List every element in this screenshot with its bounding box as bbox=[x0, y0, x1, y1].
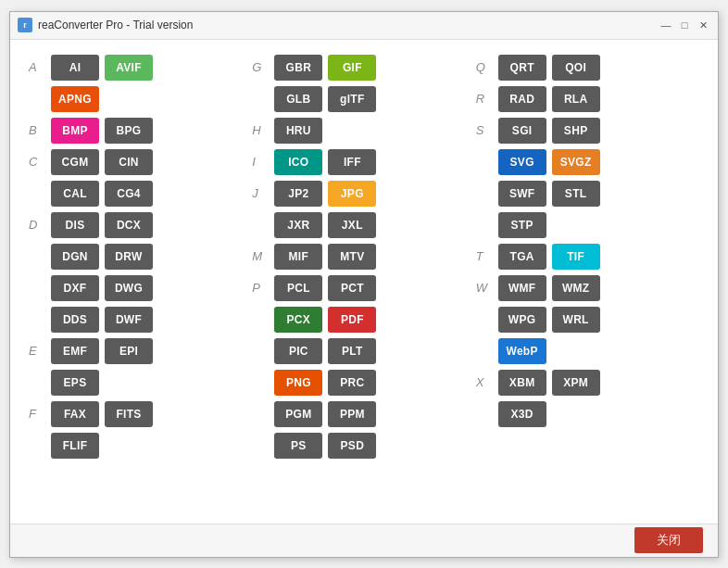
format-btn-ps[interactable]: PS bbox=[274, 433, 322, 459]
format-btn-gif[interactable]: GIF bbox=[328, 55, 376, 81]
format-btn-gltf[interactable]: glTF bbox=[328, 86, 376, 112]
format-btn-cin[interactable]: CIN bbox=[105, 149, 153, 175]
format-btn-pcx[interactable]: PCX bbox=[274, 307, 322, 333]
buttons-F: FAXFITSFLIF bbox=[51, 401, 252, 459]
format-btn-mif[interactable]: MIF bbox=[274, 244, 322, 270]
letter-D: D bbox=[29, 212, 51, 232]
format-btn-wmf[interactable]: WMF bbox=[498, 275, 546, 301]
section-C: CCGMCINCALCG4 bbox=[29, 149, 252, 207]
format-btn-psd[interactable]: PSD bbox=[328, 433, 376, 459]
format-btn-gbr[interactable]: GBR bbox=[274, 55, 322, 81]
format-btn-emf[interactable]: EMF bbox=[51, 338, 99, 364]
format-btn-fits[interactable]: FITS bbox=[105, 401, 153, 427]
format-btn-pic[interactable]: PIC bbox=[274, 338, 322, 364]
format-btn-iff[interactable]: IFF bbox=[328, 149, 376, 175]
format-btn-xbm[interactable]: XBM bbox=[498, 370, 546, 396]
format-btn-pgm[interactable]: PGM bbox=[274, 401, 322, 427]
buttons-H: HRU bbox=[274, 118, 475, 144]
format-btn-dwf[interactable]: DWF bbox=[105, 307, 153, 333]
format-btn-dgn[interactable]: DGN bbox=[51, 244, 99, 270]
minimize-button[interactable]: — bbox=[659, 18, 673, 32]
section-Q: QQRTQOI bbox=[476, 55, 699, 81]
window-close-button[interactable]: ✕ bbox=[696, 18, 710, 32]
format-btn-mtv[interactable]: MTV bbox=[328, 244, 376, 270]
format-btn-jxl[interactable]: JXL bbox=[328, 212, 376, 238]
format-btn-svgz[interactable]: SVGZ bbox=[552, 149, 600, 175]
format-btn-plt[interactable]: PLT bbox=[328, 338, 376, 364]
section-X: XXBMXPMX3D bbox=[476, 370, 699, 427]
letter-A: A bbox=[29, 55, 51, 74]
format-btn-cgm[interactable]: CGM bbox=[51, 149, 99, 175]
format-btn-qrt[interactable]: QRT bbox=[498, 55, 546, 81]
format-btn-tif[interactable]: TIF bbox=[552, 244, 600, 270]
format-btn-x3d[interactable]: X3D bbox=[498, 401, 546, 427]
format-btn-epi[interactable]: EPI bbox=[105, 338, 153, 364]
format-btn-avif[interactable]: AVIF bbox=[105, 55, 153, 81]
format-btn-wpg[interactable]: WPG bbox=[498, 307, 546, 333]
format-btn-prc[interactable]: PRC bbox=[328, 370, 376, 396]
format-btn-cg4[interactable]: CG4 bbox=[105, 181, 153, 207]
format-btn-dis[interactable]: DIS bbox=[51, 212, 99, 238]
buttons-Q: QRTQOI bbox=[498, 55, 699, 81]
format-btn-rad[interactable]: RAD bbox=[498, 86, 546, 112]
maximize-button[interactable]: □ bbox=[677, 18, 692, 32]
format-btn-apng[interactable]: APNG bbox=[51, 86, 99, 112]
section-W: WWMFWMZWPGWRLWebP bbox=[476, 275, 699, 364]
content-area: AAIAVIFAPNGBBMPBPGCCGMCINCALCG4DDISDCXDG… bbox=[10, 40, 718, 524]
section-B: BBMPBPG bbox=[29, 118, 252, 144]
format-btn-ico[interactable]: ICO bbox=[274, 149, 322, 175]
section-M: MMIFMTV bbox=[252, 244, 475, 270]
format-btn-pcl[interactable]: PCL bbox=[274, 275, 322, 301]
format-btn-shp[interactable]: SHP bbox=[552, 118, 600, 144]
format-btn-tga[interactable]: TGA bbox=[498, 244, 546, 270]
buttons-B: BMPBPG bbox=[51, 118, 252, 144]
format-btn-stp[interactable]: STP bbox=[498, 212, 546, 238]
format-btn-fax[interactable]: FAX bbox=[51, 401, 99, 427]
buttons-S: SGISHPSVGSVGZSWFSTLSTP bbox=[498, 118, 699, 238]
format-btn-stl[interactable]: STL bbox=[552, 181, 600, 207]
format-btn-ppm[interactable]: PPM bbox=[328, 401, 376, 427]
format-btn-dcx[interactable]: DCX bbox=[105, 212, 153, 238]
format-btn-flif[interactable]: FLIF bbox=[51, 433, 99, 459]
format-btn-dwg[interactable]: DWG bbox=[105, 275, 153, 301]
buttons-E: EMFEPIEPS bbox=[51, 338, 252, 396]
titlebar-title: reaConverter Pro - Trial version bbox=[38, 19, 193, 32]
format-btn-swf[interactable]: SWF bbox=[498, 181, 546, 207]
section-E: EEMFEPIEPS bbox=[29, 338, 252, 396]
buttons-A: AIAVIFAPNG bbox=[51, 55, 252, 112]
format-btn-webp[interactable]: WebP bbox=[498, 338, 546, 364]
format-btn-bmp[interactable]: BMP bbox=[51, 118, 99, 144]
format-btn-qoi[interactable]: QOI bbox=[552, 55, 600, 81]
letter-I: I bbox=[252, 149, 274, 169]
format-btn-cal[interactable]: CAL bbox=[51, 181, 99, 207]
main-window: r reaConverter Pro - Trial version — □ ✕… bbox=[9, 11, 719, 558]
format-btn-sgi[interactable]: SGI bbox=[498, 118, 546, 144]
format-btn-pdf[interactable]: PDF bbox=[328, 307, 376, 333]
format-btn-bpg[interactable]: BPG bbox=[105, 118, 153, 144]
letter-E: E bbox=[29, 338, 51, 358]
close-button[interactable]: 关闭 bbox=[634, 527, 703, 553]
format-btn-glb[interactable]: GLB bbox=[274, 86, 322, 112]
format-btn-drw[interactable]: DRW bbox=[105, 244, 153, 270]
format-btn-dds[interactable]: DDS bbox=[51, 307, 99, 333]
letter-X: X bbox=[476, 370, 498, 389]
format-btn-png[interactable]: PNG bbox=[274, 370, 322, 396]
format-btn-xpm[interactable]: XPM bbox=[552, 370, 600, 396]
format-btn-wmz[interactable]: WMZ bbox=[552, 275, 600, 301]
format-btn-eps[interactable]: EPS bbox=[51, 370, 99, 396]
letter-S: S bbox=[476, 118, 498, 137]
format-btn-pct[interactable]: PCT bbox=[328, 275, 376, 301]
format-btn-jp2[interactable]: JP2 bbox=[274, 181, 322, 207]
format-btn-dxf[interactable]: DXF bbox=[51, 275, 99, 301]
format-btn-jxr[interactable]: JXR bbox=[274, 212, 322, 238]
letter-J: J bbox=[252, 181, 274, 200]
format-btn-jpg[interactable]: JPG bbox=[328, 181, 376, 207]
letter-F: F bbox=[29, 401, 51, 421]
column-col-g: GGBRGIFGLBglTFHHRUIICOIFFJJP2JPGJXRJXLMM… bbox=[252, 55, 475, 509]
format-btn-wrl[interactable]: WRL bbox=[552, 307, 600, 333]
format-btn-svg[interactable]: SVG bbox=[498, 149, 546, 175]
format-btn-hru[interactable]: HRU bbox=[274, 118, 322, 144]
format-btn-rla[interactable]: RLA bbox=[552, 86, 600, 112]
format-btn-ai[interactable]: AI bbox=[51, 55, 99, 81]
column-col-a: AAIAVIFAPNGBBMPBPGCCGMCINCALCG4DDISDCXDG… bbox=[29, 55, 252, 509]
